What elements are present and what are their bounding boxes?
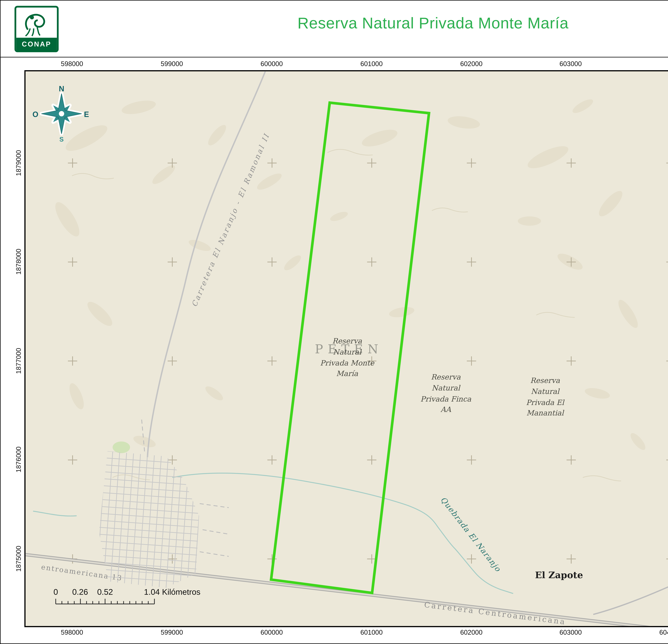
reserve-line: Privada Monte — [320, 358, 374, 368]
compass-e: E — [84, 110, 89, 119]
town-label-el-zapote: El Zapote — [535, 569, 583, 581]
quetzal-icon — [16, 7, 57, 36]
reserve-line: María — [320, 368, 374, 379]
grid-label-bottom-0: 598000 — [61, 629, 83, 636]
reserve-label-finca-aa: Reserva Natural Privada Finca AA — [421, 372, 471, 415]
compass-star-icon — [34, 85, 89, 142]
grid-label-top-4: 602000 — [460, 60, 483, 67]
map-sheet: CONAP Reserva Natural Privada Monte Marí… — [0, 0, 668, 644]
reserve-line: Privada Finca — [421, 394, 471, 405]
reserve-line: AA — [421, 405, 471, 415]
reserve-line: Natural — [320, 347, 374, 358]
grid-label-left-3: 1876000 — [15, 446, 22, 473]
grid-label-top-0: 598000 — [61, 60, 83, 67]
conap-logo: CONAP — [15, 6, 59, 52]
grid-label-bottom-4: 602000 — [460, 629, 483, 636]
scale-label-026: 0.26 — [72, 587, 88, 596]
reserve-label-monte-maria: Reserva Natural Privada Monte María — [320, 336, 374, 379]
grid-label-left-2: 1877000 — [15, 348, 22, 374]
grid-label-bottom-2: 600000 — [260, 629, 283, 636]
grid-label-bottom-1: 599000 — [161, 629, 183, 636]
reserve-line: Reserva — [421, 372, 471, 383]
grid-label-top-1: 599000 — [161, 60, 183, 67]
scale-label-052: 0.52 — [97, 587, 113, 596]
grid-label-left-1: 1878000 — [15, 249, 22, 275]
page-title: Reserva Natural Privada Monte María — [298, 15, 568, 33]
compass-o: O — [32, 110, 39, 119]
compass-s: S — [59, 136, 64, 143]
grid-label-left-0: 1879000 — [15, 150, 22, 176]
conap-logo-text: CONAP — [16, 38, 57, 50]
reserve-line: Reserva — [526, 375, 564, 386]
grid-label-top-2: 600000 — [260, 60, 283, 67]
reserve-line: Natural — [526, 386, 564, 397]
header: CONAP Reserva Natural Privada Monte Marí… — [1, 1, 668, 58]
scale-label-104: 1.04 Kilómetros — [144, 587, 200, 596]
reserve-line: Privada El — [526, 397, 564, 408]
grid-label-bottom-6: 604000 — [659, 629, 668, 636]
grid-label-left-4: 1875000 — [15, 546, 22, 572]
grid-label-top-5: 603000 — [560, 60, 582, 67]
grid-label-bottom-5: 603000 — [560, 629, 582, 636]
compass-rose: N O E S — [34, 85, 89, 142]
scale-label-0: 0 — [54, 587, 58, 596]
scale-bar — [52, 597, 160, 606]
grid-label-bottom-3: 601000 — [360, 629, 383, 636]
reserve-line: Reserva — [320, 336, 374, 347]
compass-n: N — [59, 84, 64, 93]
reserve-label-el-manantial: Reserva Natural Privada El Manantial — [526, 375, 564, 419]
reserve-line: Natural — [421, 383, 471, 394]
reserve-line: Manantial — [526, 408, 564, 419]
grid-label-top-3: 601000 — [360, 60, 383, 67]
